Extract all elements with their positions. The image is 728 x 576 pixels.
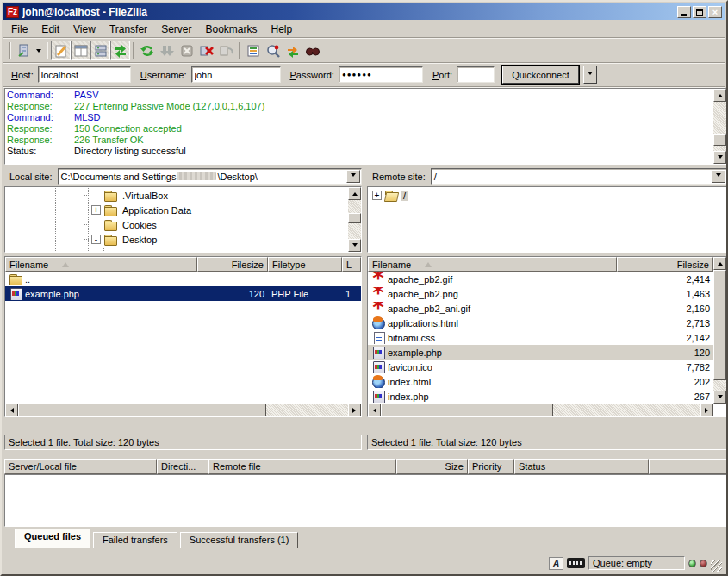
close-button[interactable]: × (708, 6, 722, 18)
tree-item-application-data[interactable]: + Application Data (6, 203, 347, 217)
file-row[interactable]: index.php 267 (368, 389, 713, 404)
file-row[interactable]: apache_pb2_ani.gif 2,160 (368, 301, 713, 316)
tab-queued-files[interactable]: Queued files (15, 529, 90, 548)
menu-file[interactable]: File (4, 22, 34, 37)
local-status-text: Selected 1 file. Total size: 120 bytes (4, 435, 362, 450)
local-hscrollbar[interactable] (5, 404, 361, 416)
column-header-filename[interactable]: Filename (368, 257, 617, 272)
scrollbar-thumb[interactable] (713, 134, 726, 146)
maximize-button[interactable] (693, 6, 706, 18)
expander[interactable]: - (91, 235, 101, 244)
scrollbar-thumb[interactable] (381, 404, 553, 416)
tab-successful-transfers[interactable]: Successful transfers (1) (180, 532, 299, 548)
synchronized-browsing-icon[interactable] (283, 41, 302, 60)
column-header-filename[interactable]: Filename (5, 257, 197, 272)
column-header-filesize[interactable]: Filesize (197, 257, 268, 272)
minimize-button[interactable] (677, 6, 691, 18)
file-row-example-php[interactable]: example.php 120 PHP File 1 (5, 286, 361, 301)
cancel-icon[interactable] (177, 41, 196, 60)
scroll-right-icon[interactable] (348, 404, 361, 416)
directory-comparison-icon[interactable] (263, 41, 283, 60)
tree-item-cookies[interactable]: Cookies (6, 217, 347, 232)
column-header-direction[interactable]: Directi... (157, 459, 208, 474)
remote-site-combobox[interactable]: / (431, 168, 727, 185)
toggle-log-icon[interactable] (51, 41, 71, 60)
reconnect-icon[interactable] (216, 41, 236, 60)
scrollbar-thumb[interactable] (348, 213, 361, 223)
filter-icon[interactable] (243, 41, 263, 60)
queue-list[interactable] (4, 474, 727, 527)
scrollbar-thumb[interactable] (18, 404, 266, 416)
toggle-local-tree-icon[interactable] (71, 41, 90, 60)
port-input[interactable] (457, 66, 495, 83)
disconnect-icon[interactable] (196, 41, 216, 60)
menu-server[interactable]: Server (154, 22, 198, 37)
scroll-up-icon[interactable] (713, 89, 726, 102)
binary-indicator-icon (567, 558, 585, 568)
combo-dropdown-button[interactable] (346, 170, 360, 183)
scroll-left-icon[interactable] (5, 404, 18, 416)
site-manager-dropdown[interactable] (34, 41, 44, 60)
host-input[interactable] (38, 66, 131, 83)
file-row-example-php[interactable]: example.php 120 (368, 345, 713, 360)
file-row-parent-dir[interactable]: .. (5, 272, 361, 286)
toolbar (4, 40, 724, 61)
combo-dropdown-button[interactable] (712, 170, 725, 183)
column-header-status[interactable]: Status (514, 459, 649, 474)
scrollbar-thumb[interactable] (713, 270, 726, 380)
column-header-priority[interactable]: Priority (468, 459, 514, 474)
process-queue-icon[interactable] (157, 41, 177, 60)
scroll-down-icon[interactable] (348, 239, 361, 252)
tab-failed-transfers[interactable]: Failed transfers (93, 532, 177, 548)
divider (3, 37, 725, 39)
file-row[interactable]: favicon.ico 7,782 (368, 360, 713, 374)
file-row[interactable]: apache_pb2.gif 2,414 (368, 272, 713, 286)
toggle-queue-icon[interactable] (110, 41, 130, 60)
menu-view[interactable]: View (66, 22, 103, 37)
scroll-up-icon[interactable] (348, 187, 361, 200)
column-header-filesize[interactable]: Filesize (617, 257, 713, 272)
scroll-down-icon[interactable] (713, 391, 726, 404)
scroll-left-icon[interactable] (368, 404, 381, 416)
remote-file-pane: Filename Filesize apache_pb2.gif 2,414 a… (367, 256, 727, 450)
menu-edit[interactable]: Edit (34, 22, 66, 37)
scroll-right-icon[interactable] (700, 404, 713, 416)
resize-grip[interactable] (711, 560, 722, 572)
column-header-size[interactable]: Size (396, 459, 468, 474)
menu-bookmarks[interactable]: Bookmarks (198, 22, 264, 37)
username-input[interactable] (191, 66, 281, 83)
tree-item-virtualbox[interactable]: .VirtualBox (6, 188, 347, 203)
maximize-icon (696, 9, 703, 16)
scroll-up-icon[interactable] (713, 257, 726, 270)
remote-hscrollbar[interactable] (368, 404, 713, 416)
filezilla-window: Fz john@localhost - FileZilla × File Edi… (0, 0, 728, 576)
folder-icon (103, 189, 117, 202)
file-row[interactable]: applications.html 2,713 (368, 316, 713, 330)
toggle-remote-tree-icon[interactable] (90, 41, 110, 60)
column-header-remote-file[interactable]: Remote file (208, 459, 396, 474)
remote-vscrollbar[interactable] (713, 257, 726, 404)
tree-item-desktop[interactable]: - Desktop (6, 232, 347, 247)
site-manager-icon[interactable] (14, 41, 34, 60)
find-files-icon[interactable] (302, 41, 322, 60)
local-list-header: Filename Filesize Filetype L (5, 257, 361, 272)
quickconnect-button[interactable]: Quickconnect (502, 66, 579, 84)
refresh-icon[interactable] (137, 41, 157, 60)
scroll-down-icon[interactable] (713, 151, 726, 164)
file-row[interactable]: apache_pb2.png 1,463 (368, 286, 713, 301)
password-input[interactable] (339, 66, 423, 83)
menu-help[interactable]: Help (264, 22, 300, 37)
column-header-server-local-file[interactable]: Server/Local file (4, 459, 157, 474)
column-header-lastmodified[interactable]: L (342, 257, 361, 272)
local-site-combobox[interactable]: C:\Documents and Settings\Desktop\ (58, 168, 362, 185)
menu-transfer[interactable]: Transfer (103, 22, 154, 37)
file-row[interactable]: index.html 202 (368, 374, 713, 389)
expander[interactable]: + (91, 205, 101, 215)
column-header-filetype[interactable]: Filetype (268, 257, 342, 272)
tree-item-root[interactable]: + / (369, 188, 725, 203)
local-tree-scrollbar[interactable] (348, 187, 361, 252)
log-scrollbar[interactable] (713, 89, 726, 164)
file-row[interactable]: bitnami.css 2,142 (368, 330, 713, 345)
quickconnect-dropdown[interactable] (583, 66, 597, 84)
expander[interactable]: + (372, 191, 382, 200)
